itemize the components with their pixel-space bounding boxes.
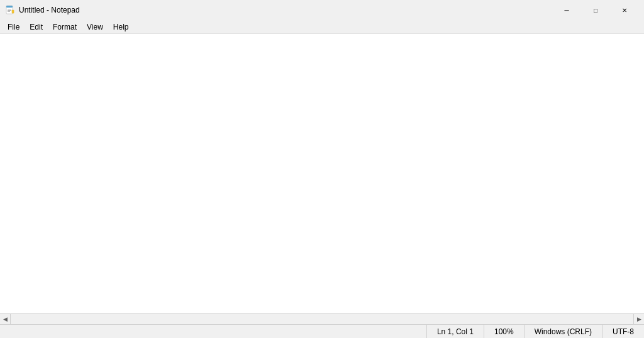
editor-container — [0, 34, 644, 313]
menu-view[interactable]: View — [82, 21, 108, 33]
horizontal-scrollbar: ◀ ▶ — [0, 313, 644, 324]
svg-rect-4 — [8, 11, 10, 12]
svg-rect-5 — [12, 10, 14, 13]
menu-help[interactable]: Help — [108, 21, 134, 33]
hscroll-track — [11, 314, 633, 325]
menu-file[interactable]: File — [3, 21, 25, 33]
menu-edit[interactable]: Edit — [25, 21, 48, 33]
line-ending: Windows (CRLF) — [524, 325, 602, 339]
encoding: UTF-8 — [602, 325, 644, 339]
title-bar: Untitled - Notepad ─ □ ✕ — [0, 0, 644, 20]
menu-bar: File Edit Format View Help — [0, 20, 644, 34]
text-editor[interactable] — [0, 34, 644, 313]
minimize-button[interactable]: ─ — [552, 0, 581, 20]
menu-format[interactable]: Format — [48, 21, 82, 33]
zoom-level: 100% — [484, 325, 524, 339]
status-right: Ln 1, Col 1 100% Windows (CRLF) UTF-8 — [426, 325, 644, 339]
svg-rect-3 — [8, 10, 11, 11]
svg-rect-1 — [6, 6, 13, 8]
status-bar: Ln 1, Col 1 100% Windows (CRLF) UTF-8 — [0, 324, 644, 338]
close-button[interactable]: ✕ — [610, 0, 639, 20]
window-title: Untitled - Notepad — [19, 6, 552, 14]
hscroll-right-button[interactable]: ▶ — [633, 314, 644, 325]
cursor-position: Ln 1, Col 1 — [426, 325, 484, 339]
maximize-button[interactable]: □ — [581, 0, 610, 20]
window-controls: ─ □ ✕ — [552, 0, 639, 20]
svg-rect-2 — [8, 9, 11, 9]
app-icon — [5, 5, 15, 15]
hscroll-left-button[interactable]: ◀ — [0, 314, 11, 325]
